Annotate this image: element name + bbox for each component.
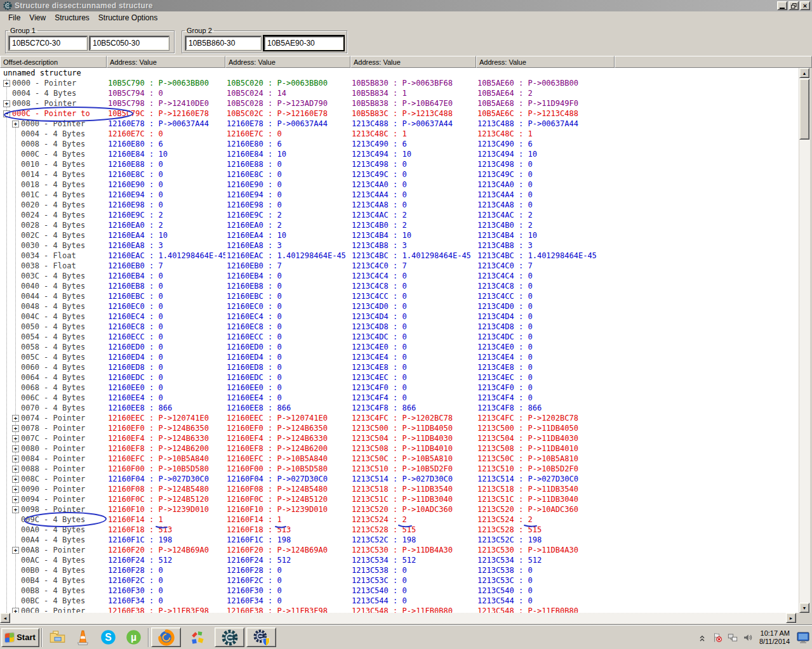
table-row-007C[interactable]: +007C - Pointer12160EF4 : P->124B6330121…	[0, 433, 799, 443]
address-value-cell[interactable]: 10B5AE6C : P->1213C488	[476, 108, 615, 119]
address-value-cell[interactable]: 1213C4FC : P->1202BC78	[350, 413, 476, 423]
expand-plus-icon[interactable]: +	[3, 100, 10, 107]
address-value-cell[interactable]: 12160E94 : 0	[107, 190, 225, 200]
address-value-cell[interactable]: 1213C508 : P->11DB4010	[350, 443, 476, 454]
address-value-cell[interactable]: 12160F38 : P->11FB3F98	[225, 606, 350, 613]
address-value-cell[interactable]: 1213C4F4 : 0	[476, 393, 615, 403]
address-value-cell[interactable]: 1213C4E4 : 0	[350, 352, 476, 362]
address-value-cell[interactable]: 1213C510 : P->10B5D2F0	[350, 464, 476, 474]
address-value-cell[interactable]: 12160EA4 : 10	[107, 230, 225, 240]
menu-item-structures[interactable]: Structures	[50, 12, 94, 23]
action-flag-icon[interactable]	[712, 632, 723, 643]
address-value-cell[interactable]: 12160ED0 : 0	[107, 342, 225, 352]
table-row-000C[interactable]: 000C - 4 Bytes12160E84 : 1012160E84 : 10…	[0, 149, 799, 159]
address-value-cell[interactable]: 12160EA0 : 2	[225, 220, 350, 230]
address-value-cell[interactable]: 12160F2C : 0	[225, 575, 350, 586]
address-value-cell[interactable]: 1213C4BC : 1.401298464E-45	[350, 251, 476, 261]
address-value-cell[interactable]: 1213C4C4 : 0	[350, 271, 476, 281]
address-value-cell[interactable]: 1213C4A4 : 0	[476, 190, 615, 200]
address-value-cell[interactable]: 12160F1C : 198	[225, 535, 350, 545]
minimize-button[interactable]	[777, 1, 787, 10]
structure-root-row[interactable]: unnamed structure	[0, 68, 799, 78]
address-value-cell[interactable]: 12160EEC : P->120741E0	[107, 413, 225, 423]
address-value-cell[interactable]: 1213C4A4 : 0	[350, 190, 476, 200]
address-value-cell[interactable]: 12160EB8 : 0	[225, 281, 350, 291]
table-row-0080[interactable]: +0080 - Pointer12160EF8 : P->124B6200121…	[0, 443, 799, 454]
address-value-cell[interactable]: 10B5B834 : 1	[350, 88, 476, 98]
address-value-cell[interactable]: 12160E98 : 0	[225, 200, 350, 210]
address-value-cell[interactable]: 12160EA8 : 3	[107, 240, 225, 251]
utorrent-icon[interactable]: µ	[121, 627, 146, 648]
address-value-cell[interactable]: 12160F34 : 0	[107, 596, 225, 606]
address-value-cell[interactable]: 10B5C028 : P->123AD790	[225, 98, 350, 108]
address-value-cell[interactable]: 1213C530 : P->11DB4A30	[476, 545, 615, 555]
table-row-0090[interactable]: +0090 - Pointer12160F08 : P->124B5480121…	[0, 484, 799, 494]
address-value-cell[interactable]: 1213C4AC : 2	[476, 210, 615, 220]
address-value-cell[interactable]: 12160F00 : P->10B5D580	[107, 464, 225, 474]
address-value-cell[interactable]: 12160EBC : 0	[107, 291, 225, 301]
taskbar-clock[interactable]: 10:17 AM 8/11/2014	[757, 629, 792, 646]
address-value-cell[interactable]: 1213C4F4 : 0	[350, 393, 476, 403]
address-value-cell[interactable]: 12160E84 : 10	[225, 149, 350, 159]
address-value-cell[interactable]: 1213C540 : 0	[476, 586, 615, 596]
address-value-cell[interactable]: 12160EB8 : 0	[107, 281, 225, 291]
address-value-cell[interactable]: 12160F14 : 1	[107, 515, 225, 525]
table-row-0084[interactable]: +0084 - Pointer12160EFC : P->10B5A840121…	[0, 454, 799, 464]
address-value-cell[interactable]: 12160F20 : P->124B69A0	[225, 545, 350, 555]
table-row-0020[interactable]: 0020 - 4 Bytes12160E98 : 012160E98 : 012…	[0, 200, 799, 210]
address-value-cell[interactable]: 1213C538 : 0	[476, 565, 615, 575]
table-row-0088[interactable]: +0088 - Pointer12160F00 : P->10B5D580121…	[0, 464, 799, 474]
table-row-0000[interactable]: +0000 - Pointer12160E78 : P->00637A44121…	[0, 119, 799, 129]
table-row-0038[interactable]: 0038 - Float12160EB0 : 712160EB0 : 71213…	[0, 261, 799, 271]
table-row-001C[interactable]: 001C - 4 Bytes12160E94 : 012160E94 : 012…	[0, 190, 799, 200]
address-value-cell[interactable]: 1213C4DC : 0	[476, 332, 615, 342]
structure-table[interactable]: unnamed structure+0000 - Pointer10B5C790…	[0, 68, 799, 613]
address-value-cell[interactable]: 1213C4E0 : 0	[476, 342, 615, 352]
table-row-0000[interactable]: +0000 - Pointer10B5C790 : P->0063BB0010B…	[0, 78, 799, 88]
table-row-0070[interactable]: 0070 - 4 Bytes12160EE8 : 86612160EE8 : 8…	[0, 403, 799, 413]
expand-plus-icon[interactable]: +	[12, 435, 19, 442]
address-value-cell[interactable]: 10B5B830 : P->0063BF68	[350, 78, 476, 88]
address-value-cell[interactable]: 12160E90 : 0	[225, 180, 350, 190]
address-value-cell[interactable]: 1213C4A8 : 0	[350, 200, 476, 210]
address-value-cell[interactable]: 10B5C024 : 14	[225, 88, 350, 98]
address-value-cell[interactable]: 12160F14 : 1	[225, 515, 350, 525]
address-value-cell[interactable]: 1213C528 : 515	[350, 525, 476, 535]
address-value-cell[interactable]: 12160ECC : 0	[107, 332, 225, 342]
table-row-008C[interactable]: +008C - Pointer12160F04 : P->027D30C0121…	[0, 474, 799, 484]
address-value-cell[interactable]: 12160F08 : P->124B5480	[225, 484, 350, 494]
table-row-0024[interactable]: 0024 - 4 Bytes12160E9C : 212160E9C : 212…	[0, 210, 799, 220]
address-value-cell[interactable]: 12160EAC : 1.401298464E-45	[225, 251, 350, 261]
vertical-scrollbar[interactable]: ▲ ▼	[799, 68, 810, 613]
address-value-cell[interactable]: 12160EDC : 0	[107, 372, 225, 383]
address-value-cell[interactable]: 1213C4F8 : 866	[476, 403, 615, 413]
address-value-cell[interactable]: 1213C4D0 : 0	[350, 301, 476, 311]
address-value-cell[interactable]: 12160F1C : 198	[107, 535, 225, 545]
address-value-cell[interactable]: 10B5B83C : P->1213C488	[350, 108, 476, 119]
address-value-cell[interactable]: 12160F10 : P->1239D010	[225, 504, 350, 515]
table-row-0094[interactable]: +0094 - Pointer12160F0C : P->124B5120121…	[0, 494, 799, 504]
table-row-00C0[interactable]: +00C0 - Pointer12160F38 : P->11FB3F98121…	[0, 606, 799, 613]
address-value-cell[interactable]: 12160EF0 : P->124B6350	[225, 423, 350, 433]
address-value-cell[interactable]: 12160EA0 : 2	[107, 220, 225, 230]
expand-plus-icon[interactable]: +	[12, 121, 19, 128]
volume-icon[interactable]	[742, 632, 754, 643]
table-row-00B8[interactable]: 00B8 - 4 Bytes12160F30 : 012160F30 : 012…	[0, 586, 799, 596]
address-value-cell[interactable]: 1213C538 : 0	[350, 565, 476, 575]
address-value-cell[interactable]: 1213C52C : 198	[476, 535, 615, 545]
address-value-cell[interactable]: 12160F18 : 513	[225, 525, 350, 535]
address-value-cell[interactable]: 12160ED8 : 0	[107, 362, 225, 372]
address-value-cell[interactable]: 1213C544 : 0	[476, 596, 615, 606]
address-value-cell[interactable]: 12160EB0 : 7	[107, 261, 225, 271]
address-value-cell[interactable]: 12160EE0 : 0	[107, 383, 225, 393]
address-value-cell[interactable]: 12160EC0 : 0	[225, 301, 350, 311]
expand-plus-icon[interactable]: +	[12, 425, 19, 432]
address-value-cell[interactable]: 1213C4AC : 2	[350, 210, 476, 220]
address-value-cell[interactable]: 12160F00 : P->10B5D580	[225, 464, 350, 474]
address-value-cell[interactable]: 12160EEC : P->120741E0	[225, 413, 350, 423]
address-value-cell[interactable]: 1213C530 : P->11DB4A30	[350, 545, 476, 555]
address-value-cell[interactable]: 12160EE4 : 0	[107, 393, 225, 403]
address-value-cell[interactable]: 12160F30 : 0	[225, 586, 350, 596]
expand-plus-icon[interactable]: +	[12, 466, 19, 473]
address-value-cell[interactable]: 1213C488 : P->00637A44	[476, 119, 615, 129]
